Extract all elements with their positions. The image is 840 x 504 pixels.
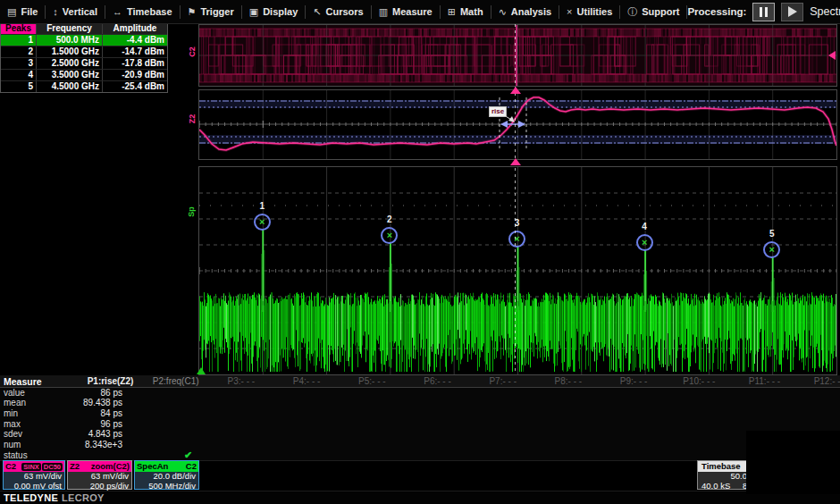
timebase-icon: ↔: [113, 6, 122, 17]
c2-trace-grid[interactable]: [198, 24, 837, 87]
c2-descriptor-name: C2: [5, 461, 16, 472]
peaks-table: PeaksFrequencyAmplitude1500.0 MHz-4.4 dB…: [0, 22, 168, 93]
peak-number-label: 5: [763, 229, 781, 239]
menu-item-label: Support: [642, 6, 679, 17]
z2-vdiv: 63 mV/div: [71, 472, 129, 482]
brand-lecroy: LECROY: [62, 492, 105, 503]
peak-marker-5[interactable]: ×: [763, 241, 780, 258]
peaks-table-row[interactable]: 54.5000 GHz-25.4 dBm: [1, 80, 167, 92]
peaks-table-row[interactable]: 1500.0 MHz-4.4 dBm: [1, 34, 167, 46]
timebase-samples: 40.0 kS: [701, 482, 730, 491]
c2-channel-descriptor[interactable]: C2 SINXDC50 63 mV/div 0.00 mV ofst: [3, 460, 65, 490]
measure-row-label: num: [4, 440, 21, 450]
peak-number: 1: [1, 35, 37, 46]
peaks-header-amplitude: Amplitude: [103, 23, 167, 34]
peaks-table-row[interactable]: 21.5000 GHz-14.7 dBm: [1, 46, 167, 57]
z2-descriptor-name: Z2: [70, 461, 80, 472]
menu-item-trigger[interactable]: ⚑Trigger: [181, 0, 241, 23]
menu-item-analysis[interactable]: ∿Analysis: [491, 0, 559, 23]
measure-column-header[interactable]: P2:freq(C1): [143, 376, 209, 386]
peaks-table-row[interactable]: 32.5000 GHz-17.8 dBm: [1, 57, 167, 69]
menu-item-cursors[interactable]: ↖Cursors: [306, 0, 370, 23]
vertical-icon: ↕: [53, 6, 58, 17]
menu-item-display[interactable]: ▣Display: [242, 0, 306, 23]
z2-zoom-descriptor[interactable]: Z2 zoom(C2) 63 mV/div 200 ps/div: [67, 460, 132, 490]
measure-p1-value: 96 ps: [51, 419, 122, 430]
specan-hzdiv: 500 MHz/div: [138, 482, 196, 491]
z2-tdiv: 200 ps/div: [71, 482, 129, 491]
menu-item-label: Math: [460, 6, 483, 17]
measure-column-header[interactable]: P11:- - -: [732, 376, 798, 386]
menu-item-label: Trigger: [200, 6, 233, 17]
math-icon: ⊞: [448, 6, 456, 18]
trigger-level-marker[interactable]: [828, 51, 836, 60]
menu-item-vertical[interactable]: ↕Vertical: [46, 0, 105, 23]
menu-item-measure[interactable]: ▥Measure: [372, 0, 440, 23]
peak-frequency: 4.5000 GHz: [37, 81, 103, 92]
measure-column-header[interactable]: P6:- - -: [405, 376, 471, 386]
z2-zoom-grid[interactable]: [198, 89, 837, 160]
menu-item-label: Utilities: [577, 6, 613, 17]
peak-marker-3[interactable]: ×: [508, 231, 525, 248]
peak-amplitude: -25.4 dBm: [103, 81, 167, 92]
pause-button[interactable]: [752, 3, 775, 21]
peak-amplitude: -20.9 dBm: [103, 70, 167, 80]
menu-item-label: Display: [263, 6, 298, 17]
peak-number-label: 4: [635, 222, 653, 231]
play-button[interactable]: [781, 3, 803, 21]
peak-amplitude: -4.4 dBm: [103, 35, 167, 46]
peak-number: 2: [1, 46, 37, 57]
menu-item-label: Analysis: [511, 6, 551, 17]
trigger-position-marker-top[interactable]: [510, 87, 521, 94]
menu-items: ▤File↕Vertical↔Timebase⚑Trigger▣Display↖…: [0, 0, 687, 23]
file-icon: ▤: [7, 6, 16, 18]
specan-dbdiv: 20.0 dB/div: [138, 472, 196, 482]
measure-column-header[interactable]: P1:rise(Z2): [78, 376, 144, 386]
measure-row-label: min: [4, 408, 18, 419]
measure-column-header[interactable]: P10:- - -: [666, 376, 732, 386]
play-icon: [788, 6, 797, 17]
specan-trace-label: Sp: [187, 206, 196, 217]
spectrum-grid[interactable]: [198, 166, 837, 375]
measure-column-header[interactable]: P12:- - -: [797, 376, 840, 386]
measure-row-label: mean: [4, 398, 26, 408]
peak-amplitude: -14.7 dBm: [103, 46, 167, 57]
menu-item-timebase[interactable]: ↔Timebase: [105, 0, 180, 23]
menu-item-utilities[interactable]: ×Utilities: [559, 0, 619, 23]
menu-item-label: Timebase: [127, 6, 172, 17]
measure-column-header[interactable]: P7:- - -: [470, 376, 536, 386]
measure-row-label: status: [4, 450, 28, 461]
peak-marker-4[interactable]: ×: [636, 234, 653, 251]
analysis-icon: ∿: [499, 6, 507, 18]
specan-descriptor[interactable]: SpecAn C2 20.0 dB/div 500 MHz/div: [134, 460, 199, 490]
measure-column-header[interactable]: P8:- - -: [535, 376, 601, 386]
peak-number-label: 3: [508, 218, 526, 228]
peak-frequency: 1.5000 GHz: [37, 46, 103, 57]
measure-column-header[interactable]: P3:- - -: [208, 376, 274, 386]
utilities-icon: ×: [567, 6, 572, 17]
menu-item-file[interactable]: ▤File: [0, 0, 45, 23]
measure-row-label: sdev: [4, 429, 22, 440]
c2-trace-label: C2: [188, 46, 197, 57]
peaks-table-row[interactable]: 43.5000 GHz-20.9 dBm: [1, 69, 167, 80]
measure-column-header[interactable]: P5:- - -: [339, 376, 405, 386]
peak-marker-2[interactable]: ×: [381, 227, 398, 244]
measure-column-header[interactable]: P9:- - -: [601, 376, 667, 386]
menu-item-support[interactable]: ⓘSupport: [620, 0, 686, 23]
brand-teledyne: TELEDYNE: [4, 492, 58, 503]
measure-p1-value: 84 ps: [51, 408, 122, 419]
peak-number-label: 2: [381, 214, 399, 224]
trigger-cursor-line[interactable]: [515, 24, 516, 374]
peak-marker-1[interactable]: ×: [254, 214, 271, 231]
peak-frequency: 2.5000 GHz: [37, 58, 103, 69]
status-check-icon: ✔: [184, 449, 192, 460]
peak-number-label: 1: [253, 201, 271, 211]
trigger-position-marker-bottom[interactable]: [510, 158, 521, 165]
rise-annotation: rise: [489, 106, 507, 117]
measure-column-header[interactable]: P4:- - -: [273, 376, 340, 386]
measure-icon: ▥: [379, 6, 388, 18]
measure-table: MeasureP1:rise(Z2)P2:freq(C1)P3:- - -P4:…: [0, 375, 840, 461]
measure-row-label: value: [4, 388, 25, 399]
measure-header-row: MeasureP1:rise(Z2)P2:freq(C1)P3:- - -P4:…: [0, 375, 840, 388]
menu-item-math[interactable]: ⊞Math: [441, 0, 491, 23]
